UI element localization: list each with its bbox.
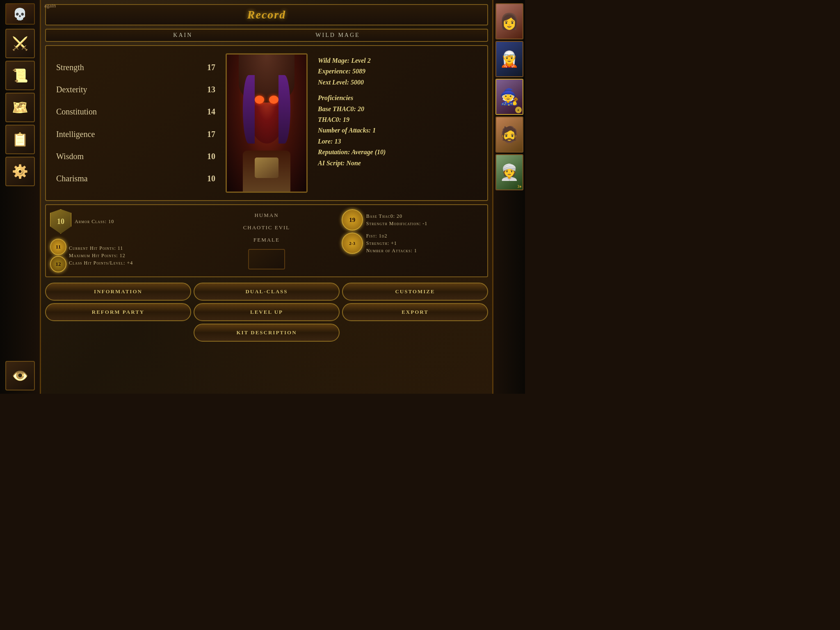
stat-row-strength: Strength 17 <box>56 61 215 74</box>
armor-class-value: 10 <box>57 217 64 226</box>
portrait-face-1: 👩 <box>496 4 523 39</box>
stat-name-strength: Strength <box>56 63 84 72</box>
sidebar-icon-gear[interactable]: ⚙️ <box>5 157 35 186</box>
page-title: Record <box>247 8 286 21</box>
combat-strength-label: Strength: +1 <box>366 240 417 247</box>
hp-class-label: Class Hit Points/Level: +4 <box>69 259 133 267</box>
portrait-badge-3: + <box>515 107 522 113</box>
map-icon: 🗺️ <box>12 100 28 115</box>
right-combat-block: 19 Base Thac0: 20 Strength Modification:… <box>342 209 483 272</box>
stats-section: Strength 17 Dexterity 13 Constitution 14… <box>52 52 219 194</box>
left-sidebar: 💀 ⚔️ 📜 🗺️ 📋 ⚙️ 👁️ <box>0 0 41 394</box>
weapon-badge: 2-3 <box>342 233 363 254</box>
buttons-grid: INFORMATION DUAL-CLASS CUSTOMIZE REFORM … <box>45 283 488 342</box>
sidebar-icon-eye[interactable]: 👁️ <box>5 361 35 390</box>
title-bar: Record <box>45 4 488 25</box>
stat-name-wisdom: Wisdom <box>56 152 84 161</box>
base-thac0-info: Base THAC0: 20 <box>318 105 477 114</box>
stat-name-constitution: Constitution <box>56 107 97 116</box>
stat-row-charisma: Charisma 10 <box>56 172 215 185</box>
top-left-icon[interactable]: 💀 <box>5 3 35 25</box>
gear-icon: ⚙️ <box>12 164 28 179</box>
stat-value-wisdom: 10 <box>199 152 215 161</box>
info-section: Wild Mage: Level 2 Experience: 5089 Next… <box>314 52 481 194</box>
armor-class-badge: 10 Armor Class: 10 <box>50 209 192 234</box>
party-portrait-4[interactable]: 🧔 <box>495 116 523 153</box>
reform-party-button[interactable]: REFORM PARTY <box>45 303 191 321</box>
dual-class-button[interactable]: DUAL-CLASS <box>194 283 340 301</box>
character-name: KAIN <box>173 32 192 39</box>
sidebar-icon-scroll[interactable]: 📜 <box>5 61 35 90</box>
experience-info: Experience: 5089 <box>318 67 477 76</box>
next-level-info: Next Level: 5000 <box>318 78 477 87</box>
class-info: Wild Mage: Level 2 <box>318 56 477 65</box>
customize-button[interactable]: CUSTOMIZE <box>342 283 488 301</box>
armor-hp-block: 10 Armor Class: 10 11 12 Current Hit Poi… <box>50 209 192 272</box>
again-label: again <box>44 2 56 9</box>
hp-max-label: Maximum Hit Points: 12 <box>69 252 133 259</box>
info-spacer-1 <box>318 89 477 94</box>
reputation-info: Reputation: Average (10) <box>318 148 477 157</box>
thac0-row: 19 Base Thac0: 20 Strength Modification:… <box>342 209 483 231</box>
character-class: WILD MAGE <box>315 32 360 39</box>
fist-label: Fist: 1d2 <box>366 232 417 240</box>
portrait-badge-5: 3♦ <box>517 184 521 189</box>
eye-icon: 👁️ <box>12 368 28 383</box>
stat-name-intelligence: Intelligence <box>56 130 95 139</box>
hp-block: 11 12 Current Hit Points: 11 Maximum Hit… <box>50 239 192 272</box>
export-button[interactable]: EXPORT <box>342 303 488 321</box>
character-portrait <box>226 53 308 193</box>
stat-name-charisma: Charisma <box>56 174 88 183</box>
shield-badge: 10 <box>50 209 71 234</box>
base-thac0-badge-label: Base Thac0: 20 <box>366 212 428 220</box>
proficiencies-info: Proficiencies <box>318 94 477 103</box>
party-portrait-3[interactable]: 🧙 + <box>495 79 523 115</box>
portrait-face-4: 🧔 <box>496 117 523 152</box>
level-up-button[interactable]: LEVEL UP <box>194 303 340 321</box>
hp-max-badge: 12 <box>50 256 66 272</box>
sword-icon: ⚔️ <box>12 36 28 51</box>
lore-info: Lore: 13 <box>318 137 477 146</box>
portrait-face-2: 🧝 <box>496 42 523 76</box>
bottom-info-bar: 10 Armor Class: 10 11 12 Current Hit Poi… <box>45 204 488 277</box>
empty-slot <box>248 249 285 269</box>
sidebar-icon-journal[interactable]: 📋 <box>5 125 35 154</box>
portrait-section <box>226 52 308 194</box>
stat-value-charisma: 10 <box>199 174 215 183</box>
stat-name-dexterity: Dexterity <box>56 85 87 94</box>
combat-attacks-label: Number of Attacks: 1 <box>366 247 417 254</box>
party-portrait-2[interactable]: 🧝 <box>495 41 523 77</box>
hp-badges: 11 12 <box>50 239 66 272</box>
information-button[interactable]: INFORMATION <box>45 283 191 301</box>
gender-label: FEMALE <box>253 237 280 243</box>
portrait-inner <box>227 55 306 192</box>
stat-row-constitution: Constitution 14 <box>56 105 215 118</box>
hp-current-badge: 11 <box>50 239 66 255</box>
hp-current-label: Current Hit Points: 11 <box>69 244 133 252</box>
right-sidebar: 👩 🧝 🧙 + 🧔 👳 3♦ <box>492 0 525 394</box>
hp-labels: Current Hit Points: 11 Maximum Hit Point… <box>69 244 133 267</box>
hp-current-row: 11 12 Current Hit Points: 11 Maximum Hit… <box>50 239 192 272</box>
alignment-label: CHAOTIC EVIL <box>243 224 290 231</box>
thac0-labels: Base Thac0: 20 Strength Modification: -1 <box>366 212 428 227</box>
weapon-labels: Fist: 1d2 Strength: +1 Number of Attacks… <box>366 232 417 254</box>
scroll-icon: 📜 <box>12 68 28 83</box>
sidebar-icon-sword[interactable]: ⚔️ <box>5 29 35 58</box>
center-info-block: HUMAN CHAOTIC EVIL FEMALE <box>196 209 337 272</box>
kit-description-button[interactable]: KIT DESCRIPTION <box>194 324 340 342</box>
empty-left <box>45 324 191 342</box>
party-portrait-5[interactable]: 👳 3♦ <box>495 154 523 190</box>
empty-right <box>342 324 488 342</box>
stat-row-intelligence: Intelligence 17 <box>56 128 215 141</box>
party-portrait-1[interactable]: 👩 <box>495 3 523 39</box>
strength-mod-label: Strength Modification: -1 <box>366 220 428 227</box>
stat-value-strength: 17 <box>199 63 215 72</box>
thac0-badge: 19 <box>342 209 363 231</box>
main-content: Record KAIN WILD MAGE Strength 17 Dexter… <box>41 0 492 394</box>
armor-class-label: Armor Class: 10 <box>75 218 114 225</box>
record-panel: Strength 17 Dexterity 13 Constitution 14… <box>45 45 488 201</box>
sidebar-icon-map[interactable]: 🗺️ <box>5 93 35 122</box>
weapon-row: 2-3 Fist: 1d2 Strength: +1 Number of Att… <box>342 232 483 254</box>
ai-script-info: AI Script: None <box>318 159 477 168</box>
journal-icon: 📋 <box>12 132 28 147</box>
